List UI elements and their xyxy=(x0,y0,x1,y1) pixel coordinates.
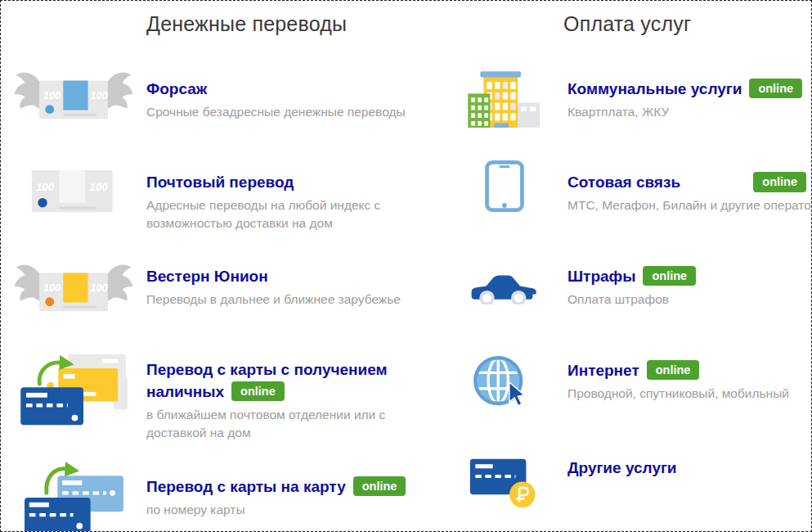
service-title-link[interactable]: Форсаж xyxy=(146,80,207,97)
money-transfers-column: Денежные переводы 100 100 Форсаж Срочные… xyxy=(1,1,441,531)
svg-text:100: 100 xyxy=(90,90,107,101)
service-subtitle: Квартплата, ЖКУ xyxy=(568,103,806,121)
smartphone-icon xyxy=(485,160,524,212)
service-payments-column: Оплата услуг xyxy=(441,1,811,531)
service-item-card-to-card[interactable]: Перевод с карты на картуonline по номеру… xyxy=(1,437,441,531)
winged-banknote-icon: 100 100 xyxy=(13,64,134,131)
service-item-mobile[interactable]: onlineСотовая связь МТС, Мегафон, Билайн… xyxy=(441,156,811,250)
service-item-internet[interactable]: Интернетonline Проводной, спутниковый, м… xyxy=(441,344,811,438)
column-header-money-transfers: Денежные переводы xyxy=(1,1,441,62)
city-buildings-icon xyxy=(464,69,545,128)
service-icon-box[interactable]: 100 100 xyxy=(1,156,146,215)
car-icon xyxy=(469,268,540,304)
online-badge: online xyxy=(647,360,700,380)
service-title-link[interactable]: Почтовый перевод xyxy=(146,174,294,191)
service-icon-box[interactable] xyxy=(441,62,568,128)
card-to-cash-icon xyxy=(19,351,129,430)
svg-text:100: 100 xyxy=(90,282,107,294)
online-badge: online xyxy=(753,172,806,192)
service-icon-box[interactable] xyxy=(441,156,568,212)
service-icon-box[interactable]: 100 100 xyxy=(1,250,146,323)
services-panel: Денежные переводы 100 100 Форсаж Срочные… xyxy=(0,0,812,532)
globe-cursor-icon xyxy=(473,355,536,411)
service-subtitle: Проводной, спутниковый, мобильный xyxy=(568,385,806,403)
service-title-link[interactable]: Интернет xyxy=(568,362,639,379)
service-subtitle: Переводы в дальнее и ближнее зарубежье xyxy=(146,291,412,309)
service-title-link[interactable]: Другие услуги xyxy=(568,459,677,476)
service-icon-box[interactable] xyxy=(1,343,146,430)
column-header-service-payments: Оплата услуг xyxy=(441,1,811,62)
service-icon-box[interactable] xyxy=(1,437,146,532)
service-title-link[interactable]: Штрафы xyxy=(568,268,635,285)
service-icon-box[interactable]: 100 100 xyxy=(1,62,146,131)
service-item-forsazh[interactable]: 100 100 Форсаж Срочные безадресные денеж… xyxy=(1,62,441,156)
service-item-utilities[interactable]: Коммунальные услугиonline Квартплата, ЖК… xyxy=(441,62,811,156)
online-badge: online xyxy=(749,79,802,98)
service-subtitle: Срочные безадресные денежные переводы xyxy=(146,103,412,121)
service-item-western-union[interactable]: 100 100 Вестерн Юнион Переводы в дальнее… xyxy=(1,250,441,343)
svg-text:100: 100 xyxy=(36,181,55,193)
winged-banknote-icon: 100 100 xyxy=(13,256,134,323)
service-item-fines[interactable]: Штрафыonline Оплата штрафов xyxy=(441,250,811,344)
service-title-link[interactable]: Сотовая связь xyxy=(568,174,680,191)
card-ruble-icon xyxy=(469,455,541,508)
service-subtitle: МТС, Мегафон, Билайн и другие операторы xyxy=(568,196,806,214)
service-icon-box[interactable] xyxy=(441,344,568,411)
service-title-link[interactable]: Вестерн Юнион xyxy=(146,268,268,285)
svg-text:100: 100 xyxy=(43,90,61,101)
online-badge: online xyxy=(643,266,696,286)
service-item-card-to-cash[interactable]: Перевод с карты с получением наличныхonl… xyxy=(1,343,441,437)
service-subtitle: Оплата штрафов xyxy=(568,291,806,309)
online-badge: online xyxy=(231,381,285,401)
service-title-link[interactable]: Коммунальные услуги xyxy=(568,80,742,97)
svg-text:100: 100 xyxy=(89,181,108,193)
banknote-icon: 100 100 xyxy=(30,169,117,215)
service-icon-box[interactable] xyxy=(441,250,568,304)
service-icon-box[interactable] xyxy=(441,437,568,508)
svg-text:100: 100 xyxy=(43,282,61,294)
online-badge: online xyxy=(353,476,406,496)
service-subtitle: по номеру карты xyxy=(146,501,412,519)
service-item-other[interactable]: Другие услуги xyxy=(441,437,811,531)
service-item-postal-transfer[interactable]: 100 100 Почтовый перевод Адресные перево… xyxy=(1,156,441,249)
card-to-card-icon xyxy=(23,460,125,532)
service-title-link[interactable]: Перевод с карты на карту xyxy=(146,478,346,495)
service-subtitle: Адресные переводы на любой индекс с возм… xyxy=(146,196,412,232)
